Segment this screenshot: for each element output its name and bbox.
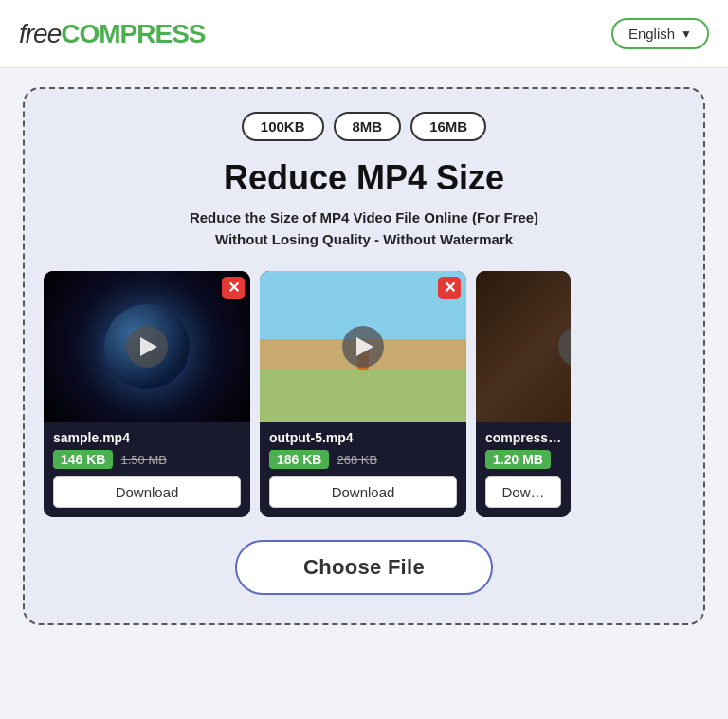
header: freeCOMPRESS English ▼ [0, 0, 728, 68]
size-row-1: 146 KB 1.50 MB [53, 450, 241, 469]
compress-card: 100KB 8MB 16MB Reduce MP4 Size Reduce th… [23, 87, 705, 625]
video-info-1: sample.mp4 146 KB 1.50 MB Download [44, 422, 250, 517]
play-button-1[interactable] [126, 326, 168, 368]
size-new-3: 1.20 MB [485, 450, 551, 469]
choose-file-button[interactable]: Choose File [235, 540, 493, 595]
preset-16mb-button[interactable]: 16MB [410, 112, 486, 141]
page-title: Reduce MP4 Size [224, 158, 504, 198]
video-info-2: output-5.mp4 186 KB 268 KB Download [260, 422, 466, 517]
play-button-3[interactable] [558, 326, 571, 368]
chevron-down-icon: ▼ [681, 27, 692, 41]
video-filename-1: sample.mp4 [53, 430, 241, 445]
size-new-1: 146 KB [53, 450, 113, 469]
logo: freeCOMPRESS [19, 19, 206, 49]
play-icon-2 [356, 337, 373, 356]
download-button-1[interactable]: Download [53, 476, 241, 508]
close-button-1[interactable]: ✕ [222, 277, 245, 299]
main-content: 100KB 8MB 16MB Reduce MP4 Size Reduce th… [0, 68, 728, 719]
download-button-3[interactable]: Dow… [485, 476, 561, 508]
video-info-3: compress… 1.20 MB Dow… [476, 422, 571, 517]
preset-8mb-button[interactable]: 8MB [334, 112, 402, 141]
video-filename-2: output-5.mp4 [269, 430, 457, 445]
video-thumbnail-3 [476, 271, 571, 422]
video-card-3: compress… 1.20 MB Dow… [476, 271, 571, 517]
subtitle: Reduce the Size of MP4 Video File Online… [190, 207, 538, 250]
language-label: English [628, 26, 675, 42]
close-button-2[interactable]: ✕ [438, 277, 461, 299]
video-thumbnail-2: ✕ [260, 271, 466, 422]
download-button-2[interactable]: Download [269, 476, 457, 508]
play-icon-1 [140, 337, 157, 356]
size-row-2: 186 KB 268 KB [269, 450, 457, 469]
preset-100kb-button[interactable]: 100KB [242, 112, 324, 141]
video-list: ✕ sample.mp4 146 KB 1.50 MB Download [44, 271, 684, 517]
size-old-1: 1.50 MB [120, 453, 166, 467]
video-filename-3: compress… [485, 430, 561, 445]
play-button-2[interactable] [342, 326, 384, 368]
video-card-1: ✕ sample.mp4 146 KB 1.50 MB Download [44, 271, 250, 517]
size-new-2: 186 KB [269, 450, 329, 469]
size-row-3: 1.20 MB [485, 450, 561, 469]
logo-free: free [19, 19, 61, 48]
video-thumbnail-1: ✕ [44, 271, 250, 422]
size-presets: 100KB 8MB 16MB [242, 112, 486, 141]
video-card-2: ✕ output-5.mp4 186 KB 268 KB Download [260, 271, 466, 517]
logo-compress: COMPRESS [61, 19, 205, 48]
language-selector[interactable]: English ▼ [611, 18, 709, 49]
size-old-2: 268 KB [337, 453, 377, 467]
